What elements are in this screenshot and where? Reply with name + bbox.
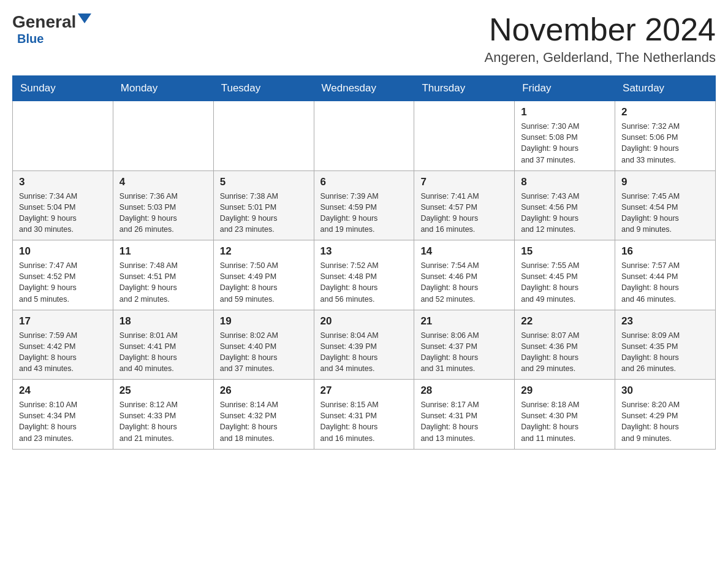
- day-info: Sunrise: 8:10 AMSunset: 4:34 PMDaylight:…: [19, 399, 107, 444]
- month-title: November 2024: [484, 12, 716, 47]
- day-info: Sunrise: 8:20 AMSunset: 4:29 PMDaylight:…: [621, 399, 709, 444]
- calendar-cell-w3-d7: 16Sunrise: 7:57 AMSunset: 4:44 PMDayligh…: [615, 240, 716, 310]
- calendar-cell-w4-d7: 23Sunrise: 8:09 AMSunset: 4:35 PMDayligh…: [615, 310, 716, 380]
- calendar-cell-w3-d6: 15Sunrise: 7:55 AMSunset: 4:45 PMDayligh…: [515, 240, 615, 310]
- calendar-cell-w5-d7: 30Sunrise: 8:20 AMSunset: 4:29 PMDayligh…: [615, 380, 716, 450]
- calendar-cell-w2-d7: 9Sunrise: 7:45 AMSunset: 4:54 PMDaylight…: [615, 170, 716, 240]
- calendar-week-4: 17Sunrise: 7:59 AMSunset: 4:42 PMDayligh…: [13, 310, 716, 380]
- calendar-cell-w3-d1: 10Sunrise: 7:47 AMSunset: 4:52 PMDayligh…: [13, 240, 113, 310]
- day-number: 30: [621, 385, 709, 397]
- day-info: Sunrise: 8:14 AMSunset: 4:32 PMDaylight:…: [220, 399, 308, 444]
- calendar-header-row: Sunday Monday Tuesday Wednesday Thursday…: [13, 76, 716, 101]
- day-info: Sunrise: 7:47 AMSunset: 4:52 PMDaylight:…: [19, 260, 107, 305]
- calendar-cell-w1-d5: [414, 101, 515, 171]
- logo: General Blue: [12, 12, 91, 46]
- calendar-cell-w1-d2: [113, 101, 213, 171]
- day-info: Sunrise: 7:36 AMSunset: 5:03 PMDaylight:…: [119, 191, 207, 236]
- day-info: Sunrise: 7:52 AMSunset: 4:48 PMDaylight:…: [320, 260, 408, 305]
- day-number: 5: [220, 176, 308, 188]
- svg-marker-0: [78, 13, 91, 23]
- day-number: 18: [119, 315, 207, 327]
- col-friday: Friday: [515, 76, 615, 101]
- day-number: 6: [320, 176, 408, 188]
- day-number: 15: [521, 245, 609, 258]
- day-info: Sunrise: 7:43 AMSunset: 4:56 PMDaylight:…: [521, 191, 609, 236]
- logo-icon: [76, 17, 91, 27]
- day-number: 4: [119, 176, 207, 188]
- day-number: 25: [119, 385, 207, 397]
- calendar-cell-w5-d3: 26Sunrise: 8:14 AMSunset: 4:32 PMDayligh…: [213, 380, 314, 450]
- col-sunday: Sunday: [13, 76, 113, 101]
- col-monday: Monday: [113, 76, 213, 101]
- calendar-cell-w1-d1: [13, 101, 113, 171]
- calendar-cell-w4-d2: 18Sunrise: 8:01 AMSunset: 4:41 PMDayligh…: [113, 310, 213, 380]
- calendar-cell-w4-d3: 19Sunrise: 8:02 AMSunset: 4:40 PMDayligh…: [213, 310, 314, 380]
- day-number: 2: [621, 106, 709, 118]
- day-info: Sunrise: 8:12 AMSunset: 4:33 PMDaylight:…: [119, 399, 207, 444]
- day-info: Sunrise: 7:45 AMSunset: 4:54 PMDaylight:…: [621, 191, 709, 236]
- calendar-cell-w4-d5: 21Sunrise: 8:06 AMSunset: 4:37 PMDayligh…: [414, 310, 515, 380]
- day-info: Sunrise: 7:59 AMSunset: 4:42 PMDaylight:…: [19, 330, 107, 375]
- day-number: 8: [521, 176, 609, 188]
- calendar-week-5: 24Sunrise: 8:10 AMSunset: 4:34 PMDayligh…: [13, 380, 716, 450]
- day-info: Sunrise: 7:38 AMSunset: 5:01 PMDaylight:…: [220, 191, 308, 236]
- calendar-cell-w5-d5: 28Sunrise: 8:17 AMSunset: 4:31 PMDayligh…: [414, 380, 515, 450]
- calendar-cell-w2-d3: 5Sunrise: 7:38 AMSunset: 5:01 PMDaylight…: [213, 170, 314, 240]
- day-info: Sunrise: 8:04 AMSunset: 4:39 PMDaylight:…: [320, 330, 408, 375]
- calendar-cell-w3-d3: 12Sunrise: 7:50 AMSunset: 4:49 PMDayligh…: [213, 240, 314, 310]
- day-number: 17: [19, 315, 107, 327]
- calendar-cell-w4-d6: 22Sunrise: 8:07 AMSunset: 4:36 PMDayligh…: [515, 310, 615, 380]
- calendar-week-1: 1Sunrise: 7:30 AMSunset: 5:08 PMDaylight…: [13, 101, 716, 171]
- calendar-cell-w1-d6: 1Sunrise: 7:30 AMSunset: 5:08 PMDaylight…: [515, 101, 615, 171]
- day-number: 3: [19, 176, 107, 188]
- calendar-cell-w1-d4: [314, 101, 414, 171]
- col-saturday: Saturday: [615, 76, 716, 101]
- calendar-cell-w1-d3: [213, 101, 314, 171]
- day-info: Sunrise: 8:09 AMSunset: 4:35 PMDaylight:…: [621, 330, 709, 375]
- calendar-cell-w3-d5: 14Sunrise: 7:54 AMSunset: 4:46 PMDayligh…: [414, 240, 515, 310]
- day-number: 11: [119, 245, 207, 258]
- day-info: Sunrise: 7:48 AMSunset: 4:51 PMDaylight:…: [119, 260, 207, 305]
- day-info: Sunrise: 7:57 AMSunset: 4:44 PMDaylight:…: [621, 260, 709, 305]
- calendar-cell-w5-d6: 29Sunrise: 8:18 AMSunset: 4:30 PMDayligh…: [515, 380, 615, 450]
- day-number: 16: [621, 245, 709, 258]
- calendar-cell-w2-d5: 7Sunrise: 7:41 AMSunset: 4:57 PMDaylight…: [414, 170, 515, 240]
- day-info: Sunrise: 8:15 AMSunset: 4:31 PMDaylight:…: [320, 399, 408, 444]
- page-header: General Blue November 2024 Angeren, Geld…: [12, 12, 716, 66]
- day-number: 22: [521, 315, 609, 327]
- day-info: Sunrise: 8:02 AMSunset: 4:40 PMDaylight:…: [220, 330, 308, 375]
- calendar-cell-w3-d2: 11Sunrise: 7:48 AMSunset: 4:51 PMDayligh…: [113, 240, 213, 310]
- day-number: 24: [19, 385, 107, 397]
- day-info: Sunrise: 8:18 AMSunset: 4:30 PMDaylight:…: [521, 399, 609, 444]
- day-number: 12: [220, 245, 308, 258]
- day-number: 21: [420, 315, 508, 327]
- day-info: Sunrise: 8:07 AMSunset: 4:36 PMDaylight:…: [521, 330, 609, 375]
- day-info: Sunrise: 8:06 AMSunset: 4:37 PMDaylight:…: [420, 330, 508, 375]
- calendar-cell-w2-d1: 3Sunrise: 7:34 AMSunset: 5:04 PMDaylight…: [13, 170, 113, 240]
- day-info: Sunrise: 8:17 AMSunset: 4:31 PMDaylight:…: [420, 399, 508, 444]
- calendar-table: Sunday Monday Tuesday Wednesday Thursday…: [12, 75, 716, 450]
- day-number: 19: [220, 315, 308, 327]
- day-info: Sunrise: 7:32 AMSunset: 5:06 PMDaylight:…: [621, 121, 709, 166]
- day-number: 9: [621, 176, 709, 188]
- calendar-week-2: 3Sunrise: 7:34 AMSunset: 5:04 PMDaylight…: [13, 170, 716, 240]
- calendar-week-3: 10Sunrise: 7:47 AMSunset: 4:52 PMDayligh…: [13, 240, 716, 310]
- location-subtitle: Angeren, Gelderland, The Netherlands: [484, 50, 716, 66]
- day-info: Sunrise: 7:34 AMSunset: 5:04 PMDaylight:…: [19, 191, 107, 236]
- day-info: Sunrise: 7:41 AMSunset: 4:57 PMDaylight:…: [420, 191, 508, 236]
- calendar-cell-w1-d7: 2Sunrise: 7:32 AMSunset: 5:06 PMDaylight…: [615, 101, 716, 171]
- day-number: 27: [320, 385, 408, 397]
- col-thursday: Thursday: [414, 76, 515, 101]
- day-info: Sunrise: 7:54 AMSunset: 4:46 PMDaylight:…: [420, 260, 508, 305]
- day-number: 26: [220, 385, 308, 397]
- day-number: 10: [19, 245, 107, 258]
- calendar-cell-w2-d6: 8Sunrise: 7:43 AMSunset: 4:56 PMDaylight…: [515, 170, 615, 240]
- logo-general-text: General: [12, 12, 76, 32]
- day-number: 20: [320, 315, 408, 327]
- calendar-cell-w3-d4: 13Sunrise: 7:52 AMSunset: 4:48 PMDayligh…: [314, 240, 414, 310]
- day-number: 7: [420, 176, 508, 188]
- day-info: Sunrise: 7:50 AMSunset: 4:49 PMDaylight:…: [220, 260, 308, 305]
- col-wednesday: Wednesday: [314, 76, 414, 101]
- day-info: Sunrise: 7:55 AMSunset: 4:45 PMDaylight:…: [521, 260, 609, 305]
- day-info: Sunrise: 8:01 AMSunset: 4:41 PMDaylight:…: [119, 330, 207, 375]
